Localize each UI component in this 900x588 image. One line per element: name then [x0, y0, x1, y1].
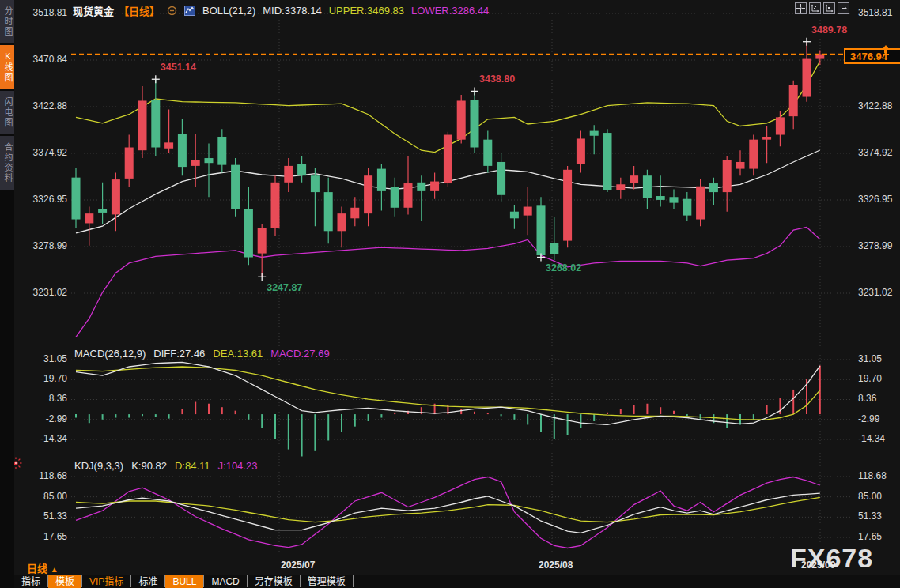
kdj-j-value: J:104.23 [218, 460, 258, 472]
chart-canvas[interactable] [0, 0, 900, 588]
indicator-line [76, 497, 820, 522]
candle-body [444, 135, 452, 184]
macd-header: MACD(26,12,9) DIFF:27.46 DEA:13.61 MACD:… [74, 348, 330, 360]
axis-label-right: 3422.88 [858, 100, 892, 111]
candle-body [749, 140, 758, 169]
candle-body [217, 137, 226, 165]
axis-label-left: 3470.84 [24, 54, 67, 65]
candle-body [483, 140, 492, 166]
boll-label: BOLL(21,2) [202, 5, 255, 17]
candle-body [643, 175, 652, 198]
axis-label-right: 3278.99 [858, 240, 892, 251]
axis-label-right: -14.34 [858, 433, 885, 444]
period-selector[interactable]: 日线 ▲ [27, 560, 59, 575]
indicator-line [76, 362, 820, 424]
sidebar-tab-flash-chart[interactable]: 闪电图 [0, 91, 14, 134]
kdj-d-value: D:84.11 [175, 460, 210, 472]
candle-body [471, 100, 479, 147]
axis-label-left: -2.99 [24, 413, 67, 424]
axis-label-left: 31.05 [24, 353, 67, 364]
watermark: FX678 [790, 543, 873, 574]
axis-label-left: 3422.88 [24, 100, 67, 111]
candle-body [98, 209, 107, 213]
candle-body [297, 164, 306, 175]
axis-label-left: 19.70 [24, 373, 67, 384]
circle-minus-icon[interactable] [167, 6, 177, 16]
x-axis-month-label: 2025/08 [539, 560, 573, 571]
candle-body [696, 187, 705, 220]
sidebar-tab-time-chart[interactable]: 分时图 [0, 0, 14, 43]
axis-label-right: 17.65 [858, 531, 882, 542]
candle-body [244, 209, 253, 258]
candle-body [630, 175, 638, 183]
sidebar-tab-kline-chart[interactable]: K线图 [0, 45, 14, 89]
candle-body [338, 213, 346, 231]
tab-macd[interactable]: MACD [204, 575, 246, 588]
axis-label-right: -2.99 [858, 413, 879, 424]
axis-label-left: 3518.81 [24, 7, 67, 18]
sidebar: 分时图K线图闪电图合约资料 [0, 0, 14, 588]
candle-body [656, 196, 665, 200]
axis-label-left: 3374.92 [24, 147, 67, 158]
tab-save-template[interactable]: 另存模板 [248, 575, 300, 588]
app-window: 分时图K线图闪电图合约资料 现货黄金 【日线】 BOLL(21,2) MID:3… [0, 0, 900, 588]
axis-label-left: 3231.02 [24, 287, 67, 298]
kdj-k-value: K:90.82 [131, 460, 167, 472]
low-price-annotation: 3268.02 [546, 262, 581, 273]
candle-body [563, 170, 572, 241]
tab-indicators[interactable]: 指标 [14, 575, 47, 588]
axis-zoom-icon[interactable] [809, 2, 821, 14]
candle-body [191, 160, 200, 166]
axis-label-left: 8.36 [24, 393, 67, 404]
candle-body [350, 208, 359, 219]
axis-label-right: 3374.92 [858, 147, 892, 158]
candle-body [537, 205, 546, 255]
mini-chart-icon[interactable] [184, 6, 195, 16]
tab-manage-template[interactable]: 管理模板 [301, 575, 353, 588]
tab-standard[interactable]: 标准 [131, 575, 164, 588]
axis-label-right: 3231.02 [858, 287, 892, 298]
axis-label-right: 3518.81 [858, 7, 892, 18]
axis-label-right: 19.70 [858, 373, 882, 384]
tab-bull[interactable]: BULL [165, 575, 203, 588]
chart-tools [795, 2, 849, 14]
macd-dea-value: DEA:13.61 [213, 348, 263, 360]
sidebar-tab-contract-info[interactable]: 合约资料 [0, 136, 14, 190]
candle-body [125, 148, 134, 179]
high-price-annotation: 3451.14 [161, 62, 196, 73]
period-tag: 【日线】 [119, 3, 160, 18]
candle-body [231, 165, 240, 209]
axis-pan-icon[interactable] [823, 2, 835, 14]
low-price-annotation: 3247.87 [267, 282, 302, 293]
tab-vip-indicators[interactable]: VIP指标 [82, 575, 130, 588]
triangle-up-icon: ▲ [51, 565, 59, 574]
toolbar-separator [353, 575, 354, 587]
tab-templates[interactable]: 模板 [48, 575, 81, 588]
candle-body [324, 192, 333, 231]
chart-header: 现货黄金 【日线】 BOLL(21,2) MID:3378.14 UPPER:3… [73, 3, 489, 18]
candle-body [364, 175, 372, 213]
axis-label-left: 51.33 [24, 511, 67, 522]
boll-lower-value: LOWER:3286.44 [411, 5, 489, 17]
candle-body [404, 183, 413, 208]
candle-body [524, 207, 532, 216]
candle-body [776, 117, 785, 134]
candle-body [603, 133, 612, 190]
kdj-params: KDJ(9,3,3) [74, 460, 123, 472]
axis-label-right: 8.36 [858, 393, 876, 404]
crosshair-icon[interactable] [795, 2, 807, 14]
high-price-annotation: 3438.80 [479, 74, 515, 85]
boll-mid-value: MID:3378.14 [263, 5, 321, 17]
candle-body [430, 182, 439, 191]
axis-label-left: 3326.95 [24, 194, 67, 205]
candle-body [151, 100, 160, 147]
candle-body [72, 178, 81, 220]
exit-right-icon[interactable] [838, 2, 849, 14]
axis-label-left: 85.00 [24, 491, 67, 502]
symbol-name: 现货黄金 [73, 3, 114, 18]
current-price-tag: 3476.94 [844, 48, 900, 64]
high-price-annotation: 3489.78 [811, 24, 847, 36]
x-axis-month-label: 2025/07 [281, 560, 315, 571]
macd-macd-value: MACD:27.69 [270, 348, 329, 360]
candle-body [550, 243, 558, 254]
